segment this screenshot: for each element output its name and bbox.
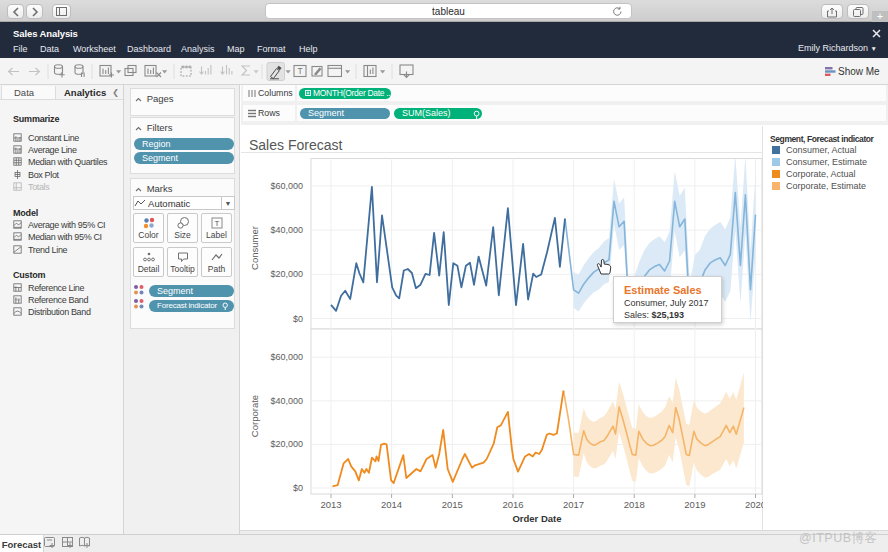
svg-text:2014: 2014 <box>381 499 402 510</box>
svg-text:T: T <box>215 219 220 228</box>
svg-text:2017: 2017 <box>563 499 584 510</box>
svg-text:2018: 2018 <box>624 499 645 510</box>
svg-text:$20,000: $20,000 <box>270 439 303 449</box>
svg-text:2020: 2020 <box>745 499 763 510</box>
svg-text:$0: $0 <box>293 483 303 493</box>
svg-text:2019: 2019 <box>684 499 705 510</box>
svg-text:$20,000: $20,000 <box>270 269 303 279</box>
svg-text:$40,000: $40,000 <box>270 396 303 406</box>
svg-text:2013: 2013 <box>320 499 341 510</box>
svg-text:$0: $0 <box>293 314 303 324</box>
svg-text:T: T <box>297 66 302 76</box>
svg-text:Consumer: Consumer <box>249 226 260 270</box>
svg-text:$60,000: $60,000 <box>270 352 303 362</box>
svg-text:$40,000: $40,000 <box>270 225 303 235</box>
svg-text:Corporate: Corporate <box>249 395 260 437</box>
svg-text:Order Date: Order Date <box>512 513 561 524</box>
svg-text:2016: 2016 <box>502 499 523 510</box>
svg-text:$60,000: $60,000 <box>270 181 303 191</box>
svg-text:2015: 2015 <box>442 499 463 510</box>
